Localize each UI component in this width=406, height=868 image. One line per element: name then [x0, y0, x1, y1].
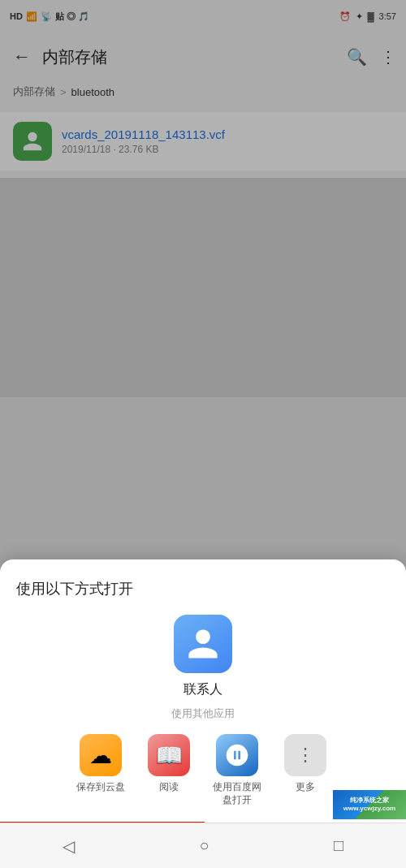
baidu-disk-app[interactable]: 使用百度网盘打开 — [213, 734, 261, 806]
watermark-text: 纯净系统之家www.ycwjzy.com — [343, 797, 395, 814]
dialog-overlay: 使用以下方式打开 联系人 使用其他应用 ☁ 保存到云盘 📖 — [0, 0, 406, 868]
read-app[interactable]: 📖 阅读 — [145, 734, 193, 794]
contacts-app-icon[interactable] — [174, 615, 232, 673]
bottom-navigation: ◁ ○ □ — [0, 823, 406, 868]
baidu-disk-icon — [216, 734, 258, 776]
main-app-name: 联系人 — [184, 681, 222, 698]
read-label: 阅读 — [159, 781, 179, 794]
read-icon: 📖 — [148, 734, 190, 776]
watermark: 纯净系统之家www.ycwjzy.com — [333, 790, 406, 819]
save-to-cloud-icon: ☁ — [80, 734, 122, 776]
more-apps-icon: ⋮ — [284, 734, 326, 776]
dialog-title: 使用以下方式打开 — [16, 579, 390, 598]
baidu-disk-label: 使用百度网盘打开 — [213, 781, 261, 806]
nav-recent-button[interactable]: □ — [334, 836, 343, 855]
nav-home-button[interactable]: ○ — [199, 836, 209, 855]
nav-back-button[interactable]: ◁ — [63, 836, 75, 856]
more-apps[interactable]: ⋮ 更多 — [281, 734, 330, 794]
other-apps-label: 使用其他应用 — [16, 706, 390, 721]
save-to-cloud-label: 保存到云盘 — [76, 781, 125, 794]
more-apps-label: 更多 — [296, 781, 315, 794]
save-to-cloud-app[interactable]: ☁ 保存到云盘 — [76, 734, 125, 794]
main-app-section: 联系人 — [16, 615, 390, 698]
